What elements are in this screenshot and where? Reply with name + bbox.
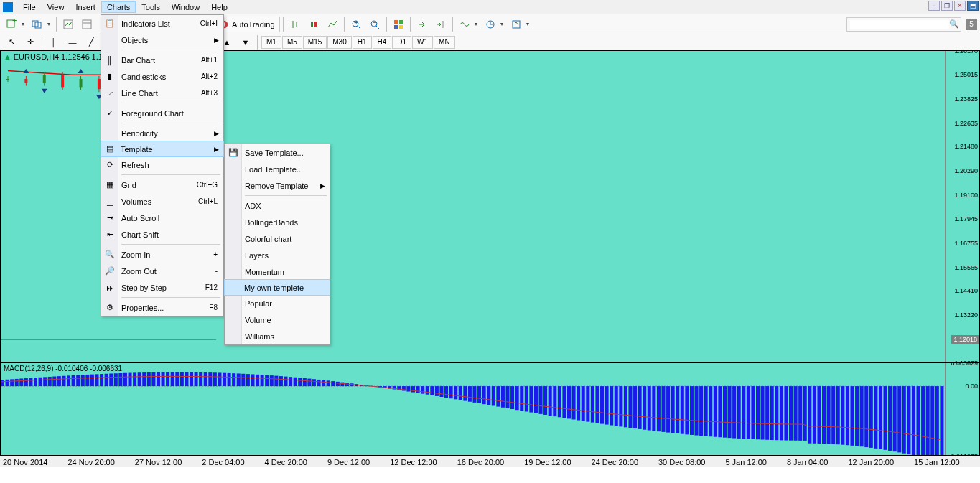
template-menu-item-adx[interactable]: ADX bbox=[225, 197, 330, 214]
data-window-icon[interactable] bbox=[78, 17, 95, 32]
timeframe-m5[interactable]: M5 bbox=[282, 36, 302, 49]
svg-rect-131 bbox=[34, 378, 37, 386]
menu-item-label: Momentum bbox=[245, 268, 284, 276]
timeframe-m15[interactable]: M15 bbox=[303, 36, 327, 49]
menu-charts[interactable]: Charts bbox=[101, 1, 136, 13]
template-menu-item-load-template-[interactable]: Load Template... bbox=[225, 161, 330, 177]
time-tick: 8 Jan 04:00 bbox=[787, 458, 829, 466]
svg-rect-135 bbox=[52, 377, 56, 387]
svg-rect-306 bbox=[860, 386, 864, 446]
template-menu-item-save-template-[interactable]: 💾Save Template... bbox=[225, 144, 330, 161]
menu-tools[interactable]: Tools bbox=[136, 1, 166, 13]
svg-rect-307 bbox=[864, 386, 868, 447]
timeframe-w1[interactable]: W1 bbox=[412, 36, 433, 49]
new-chart-icon[interactable]: + bbox=[3, 17, 20, 32]
svg-rect-155 bbox=[147, 372, 151, 386]
timeframe-m1[interactable]: M1 bbox=[261, 36, 281, 49]
template-menu-item-popular[interactable]: Popular bbox=[225, 295, 330, 311]
timeframe-mn[interactable]: MN bbox=[434, 36, 455, 49]
svg-rect-235 bbox=[525, 386, 528, 411]
svg-rect-258 bbox=[633, 386, 637, 428]
svg-rect-144 bbox=[95, 374, 99, 386]
vertical-line-icon[interactable]: │ bbox=[45, 36, 62, 49]
horizontal-line-icon[interactable]: — bbox=[64, 36, 81, 49]
menu-window[interactable]: Window bbox=[166, 1, 205, 13]
template-menu-item-momentum[interactable]: Momentum bbox=[225, 263, 330, 280]
trendline-icon[interactable]: ╱ bbox=[83, 36, 100, 49]
template-menu-item-bollingerbands[interactable]: BollingerBands bbox=[225, 214, 330, 230]
svg-rect-30 bbox=[399, 25, 403, 29]
charts-menu-item-refresh[interactable]: ⟳Refresh bbox=[101, 156, 223, 173]
svg-rect-234 bbox=[520, 386, 523, 411]
charts-menu-item-objects[interactable]: Objects▶ bbox=[101, 32, 223, 48]
charts-menu-item-auto-scroll[interactable]: ⇥Auto Scroll bbox=[101, 210, 223, 226]
crosshair-tool-icon[interactable]: ✛ bbox=[22, 36, 39, 49]
arrow-down-icon[interactable]: ▼ bbox=[237, 36, 254, 49]
menu-item-label: Bar Chart bbox=[121, 56, 155, 65]
menu-separator bbox=[121, 103, 220, 103]
auto-trading-label: AutoTrading bbox=[232, 20, 275, 29]
svg-rect-239 bbox=[543, 386, 547, 415]
menu-view[interactable]: View bbox=[42, 1, 70, 13]
menu-insert[interactable]: Insert bbox=[70, 1, 101, 13]
charts-menu-item-grid[interactable]: ▦GridCtrl+G bbox=[101, 177, 223, 193]
timeframe-h4[interactable]: H4 bbox=[373, 36, 392, 49]
svg-rect-189 bbox=[307, 379, 311, 386]
template-menu-item-williams[interactable]: Williams bbox=[225, 328, 330, 344]
market-watch-icon[interactable] bbox=[60, 17, 77, 32]
close-button[interactable]: ✕ bbox=[954, 1, 966, 11]
svg-rect-176 bbox=[246, 374, 250, 386]
menu-file[interactable]: File bbox=[17, 1, 42, 13]
charts-menu-item-step-by-step[interactable]: ⏭Step by StepF12 bbox=[101, 279, 223, 296]
restore-button[interactable]: ❐ bbox=[941, 1, 953, 11]
search-input[interactable] bbox=[850, 20, 949, 29]
charts-menu-item-template[interactable]: ▤Template▶ bbox=[101, 141, 224, 157]
chart-shift-icon[interactable] bbox=[432, 17, 449, 32]
charts-menu-item-chart-shift[interactable]: ⇤Chart Shift bbox=[101, 226, 223, 243]
search-icon[interactable]: 🔍 bbox=[949, 19, 959, 29]
svg-rect-184 bbox=[284, 377, 288, 386]
charts-menu-item-line-chart[interactable]: ⟋Line ChartAlt+3 bbox=[101, 85, 223, 101]
auto-scroll-icon[interactable] bbox=[414, 17, 431, 32]
templates-icon[interactable] bbox=[508, 17, 525, 32]
search-box[interactable]: 🔍 bbox=[846, 17, 961, 32]
macd-panel[interactable]: MACD(12,26,9) -0.010406 -0.006631 0.0036… bbox=[0, 362, 980, 456]
minimize-button[interactable]: − bbox=[928, 1, 940, 11]
zoom-out-icon[interactable]: − bbox=[366, 17, 383, 32]
timeframe-d1[interactable]: D1 bbox=[392, 36, 411, 49]
template-menu-item-layers[interactable]: Layers bbox=[225, 247, 330, 263]
template-menu-item-colorful-chart[interactable]: Colorful chart bbox=[225, 230, 330, 247]
template-menu-item-my-own-templete[interactable]: My own templete bbox=[224, 279, 330, 296]
charts-menu-item-zoom-in[interactable]: 🔍Zoom In+ bbox=[101, 246, 223, 263]
svg-rect-287 bbox=[770, 386, 774, 440]
tile-windows-icon[interactable] bbox=[390, 17, 407, 32]
svg-rect-248 bbox=[586, 386, 589, 422]
indicators-icon[interactable] bbox=[456, 17, 473, 32]
svg-rect-128 bbox=[19, 378, 23, 386]
menu-help[interactable]: Help bbox=[205, 1, 233, 13]
charts-menu-item-indicators-list[interactable]: 📋Indicators ListCtrl+I bbox=[101, 15, 223, 32]
charts-menu-item-zoom-out[interactable]: 🔎Zoom Out- bbox=[101, 263, 223, 279]
candlestick-icon[interactable] bbox=[305, 17, 322, 32]
charts-menu-item-volumes[interactable]: ▁VolumesCtrl+L bbox=[101, 193, 223, 210]
template-menu-item-remove-template[interactable]: Remove Template▶ bbox=[225, 177, 330, 194]
charts-menu-item-bar-chart[interactable]: ║Bar ChartAlt+1 bbox=[101, 52, 223, 68]
line-icon: ⟋ bbox=[104, 88, 116, 99]
timeframe-h1[interactable]: H1 bbox=[353, 36, 372, 49]
template-menu-item-volume[interactable]: Volume bbox=[225, 311, 330, 328]
sidebar-toggle[interactable]: ⬒ bbox=[967, 1, 979, 11]
zoom-in-icon[interactable]: + bbox=[347, 17, 365, 32]
charts-menu-item-properties-[interactable]: ⚙Properties...F8 bbox=[101, 299, 223, 316]
charts-menu-item-periodicity[interactable]: Periodicity▶ bbox=[101, 125, 223, 141]
periods-icon[interactable] bbox=[482, 17, 499, 32]
bar-chart-icon[interactable] bbox=[286, 17, 304, 32]
cursor-tool-icon[interactable]: ↖ bbox=[3, 36, 20, 49]
timeframe-m30[interactable]: M30 bbox=[327, 36, 351, 49]
charts-menu-item-foreground-chart[interactable]: ✓Foreground Chart bbox=[101, 105, 223, 121]
profiles-icon[interactable] bbox=[29, 17, 46, 32]
volumes-icon: ▁ bbox=[104, 196, 116, 207]
price-current-marker: 1.12018 bbox=[951, 335, 979, 344]
line-chart-icon[interactable] bbox=[324, 17, 341, 32]
svg-rect-288 bbox=[775, 386, 778, 440]
charts-menu-item-candlesticks[interactable]: ▮CandlesticksAlt+2 bbox=[101, 68, 223, 85]
